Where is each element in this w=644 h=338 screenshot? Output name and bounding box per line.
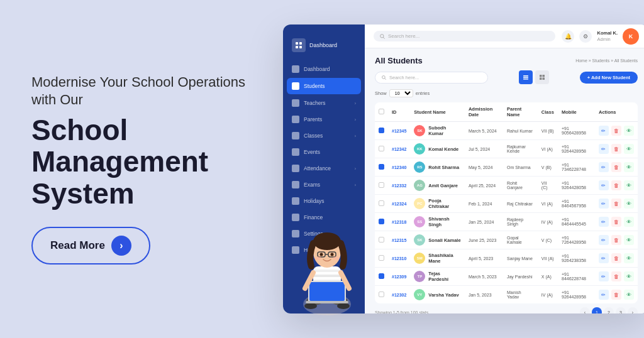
- main-title: School Management System: [31, 114, 270, 210]
- row-checkbox[interactable]: [375, 268, 388, 286]
- row-checkbox[interactable]: [375, 140, 388, 158]
- row-checkbox[interactable]: [375, 286, 388, 304]
- students-icon: [292, 82, 299, 90]
- sidebar-item-teachers[interactable]: Teachers ›: [283, 95, 365, 111]
- edit-icon[interactable]: ✏: [599, 126, 609, 136]
- view-icon[interactable]: 👁: [624, 290, 634, 300]
- edit-icon[interactable]: ✏: [599, 199, 609, 209]
- sidebar-logo-text: Dashboard: [309, 42, 337, 48]
- row-checkbox[interactable]: [375, 177, 388, 195]
- delete-icon[interactable]: 🗑: [611, 235, 621, 245]
- svg-point-34: [331, 253, 334, 256]
- list-view-button[interactable]: [519, 70, 533, 84]
- edit-icon[interactable]: ✏: [599, 144, 609, 154]
- add-student-button[interactable]: + Add New Student: [580, 72, 638, 84]
- edit-icon[interactable]: ✏: [599, 290, 609, 300]
- grid-view-button[interactable]: [535, 70, 549, 84]
- logo-icon: [292, 38, 306, 52]
- view-icon[interactable]: 👁: [624, 144, 634, 154]
- row-mobile: +91 9264428958: [558, 140, 595, 158]
- delete-icon[interactable]: 🗑: [611, 217, 621, 227]
- sidebar-label: Students: [304, 83, 325, 89]
- user-avatar[interactable]: K: [623, 28, 639, 45]
- classes-icon: [292, 132, 299, 139]
- edit-icon[interactable]: ✏: [599, 235, 609, 245]
- row-class: VII (A): [538, 249, 558, 268]
- sidebar-item-events[interactable]: Events: [283, 144, 365, 160]
- page-controls: Search here... + Add New Student: [375, 70, 638, 84]
- page-body: All Students Home » Students » All Stude…: [365, 48, 644, 313]
- sidebar-item-students[interactable]: Students: [287, 78, 361, 94]
- delete-icon[interactable]: 🗑: [611, 199, 621, 209]
- edit-icon[interactable]: ✏: [599, 253, 609, 263]
- sidebar-item-parents[interactable]: Parents ›: [283, 111, 365, 128]
- svg-rect-10: [542, 75, 545, 77]
- row-mobile: +91 9264428058: [558, 177, 595, 195]
- header-checkbox[interactable]: [375, 102, 388, 122]
- edit-icon[interactable]: ✏: [599, 217, 609, 227]
- arrow-right-icon: ›: [111, 236, 131, 256]
- sidebar-item-classes[interactable]: Classes ›: [283, 128, 365, 144]
- view-icon[interactable]: 👁: [624, 217, 634, 227]
- entries-select[interactable]: 10 25 50: [389, 89, 413, 97]
- row-checkbox[interactable]: [375, 249, 388, 268]
- teachers-icon: [292, 99, 299, 107]
- page-2[interactable]: 2: [604, 307, 614, 313]
- svg-point-29: [313, 232, 341, 250]
- student-search[interactable]: Search here...: [375, 72, 488, 84]
- topbar-search[interactable]: Search here...: [374, 31, 555, 41]
- row-checkbox[interactable]: [375, 122, 388, 140]
- sidebar-label: Exams: [304, 182, 320, 188]
- notification-icon[interactable]: 🔔: [562, 30, 574, 43]
- view-icon[interactable]: 👁: [624, 199, 634, 209]
- row-checkbox[interactable]: [375, 158, 388, 177]
- students-table: ID Student Name Admission Date Parent Na…: [375, 102, 638, 303]
- row-id: #12345: [388, 122, 410, 140]
- page-1[interactable]: 1: [592, 307, 602, 313]
- view-icon[interactable]: 👁: [624, 180, 634, 190]
- row-checkbox[interactable]: [375, 231, 388, 249]
- next-page[interactable]: ›: [628, 307, 638, 313]
- view-icon[interactable]: 👁: [624, 162, 634, 172]
- sidebar-item-dashboard[interactable]: Dashboard: [283, 61, 365, 77]
- delete-icon[interactable]: 🗑: [611, 253, 621, 263]
- page-3[interactable]: 3: [616, 307, 626, 313]
- subtitle: Modernise Your School Operations with Ou…: [31, 74, 270, 109]
- read-more-button[interactable]: Read More ›: [31, 227, 150, 264]
- view-icon[interactable]: 👁: [624, 253, 634, 263]
- row-id: #12324: [388, 195, 410, 213]
- row-id: #12310: [388, 249, 410, 268]
- delete-icon[interactable]: 🗑: [611, 144, 621, 154]
- table-row: #12310 SM Shashikala Mane April 5, 2023 …: [375, 249, 638, 268]
- row-id: #12340: [388, 158, 410, 177]
- right-section: Dashboard Dashboard Students Teachers › …: [283, 25, 644, 313]
- view-icon[interactable]: 👁: [624, 271, 634, 281]
- row-mobile: +91 8464567958: [558, 195, 595, 213]
- sidebar-item-attendance[interactable]: Attendance ›: [283, 160, 365, 177]
- prev-page[interactable]: ‹: [580, 307, 590, 313]
- row-parent: Rohit Ganjare: [503, 177, 538, 195]
- view-icon[interactable]: 👁: [624, 126, 634, 136]
- svg-point-16: [304, 303, 317, 309]
- edit-icon[interactable]: ✏: [599, 162, 609, 172]
- row-student-name: SK Subodh Kumar: [410, 122, 465, 140]
- col-name: Student Name: [410, 102, 465, 122]
- delete-icon[interactable]: 🗑: [611, 271, 621, 281]
- row-student-name: VY Varsha Yadav: [410, 286, 465, 304]
- delete-icon[interactable]: 🗑: [611, 162, 621, 172]
- delete-icon[interactable]: 🗑: [611, 290, 621, 300]
- row-checkbox[interactable]: [375, 213, 388, 231]
- row-actions: ✏ 🗑 👁: [595, 140, 638, 158]
- view-icon[interactable]: 👁: [624, 235, 634, 245]
- gear-icon[interactable]: ⚙: [579, 30, 592, 43]
- delete-icon[interactable]: 🗑: [611, 180, 621, 190]
- row-mobile: +91 7346228748: [558, 158, 595, 177]
- sidebar-item-exams[interactable]: Exams ›: [283, 177, 365, 193]
- row-parent: Sanjay Mane: [503, 249, 538, 268]
- delete-icon[interactable]: 🗑: [611, 126, 621, 136]
- edit-icon[interactable]: ✏: [599, 180, 609, 190]
- row-checkbox[interactable]: [375, 195, 388, 213]
- edit-icon[interactable]: ✏: [599, 271, 609, 281]
- girl-illustration: [289, 207, 365, 313]
- row-student-name: RS Rohit Sharma: [410, 158, 465, 177]
